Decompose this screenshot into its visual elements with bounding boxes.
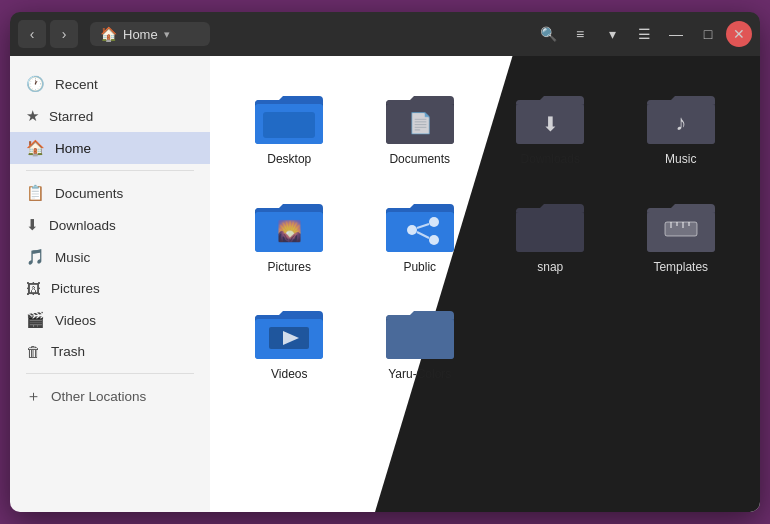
- file-label-public: Public: [403, 260, 436, 276]
- file-grid: Desktop 📄 Documents: [210, 56, 760, 512]
- file-item-music[interactable]: ♪ Music: [618, 76, 745, 176]
- file-item-public[interactable]: Public: [357, 184, 484, 284]
- home-icon: 🏠: [100, 26, 117, 42]
- sidebar-item-documents[interactable]: 📋 Documents: [10, 177, 210, 209]
- sidebar-label-trash: Trash: [51, 344, 85, 359]
- svg-point-19: [429, 235, 439, 245]
- location-bar[interactable]: 🏠 Home ▾: [90, 22, 210, 46]
- sidebar-label-home: Home: [55, 141, 91, 156]
- list-view-button[interactable]: ≡: [566, 20, 594, 48]
- menu-icon: ☰: [638, 26, 651, 42]
- sidebar-label-recent: Recent: [55, 77, 98, 92]
- svg-text:📄: 📄: [407, 111, 432, 135]
- folder-icon-public: [384, 194, 456, 254]
- sidebar-label-pictures: Pictures: [51, 281, 100, 296]
- file-item-downloads[interactable]: ⬇ Downloads: [487, 76, 614, 176]
- sidebar-label-starred: Starred: [49, 109, 93, 124]
- file-label-yaru-colors: Yaru-Colors: [388, 367, 451, 383]
- pictures-icon: 🖼: [26, 280, 41, 297]
- main-content: 🕐 Recent ★ Starred 🏠 Home 📋 Documents ⬇ …: [10, 56, 760, 512]
- file-item-videos[interactable]: Videos: [226, 291, 353, 391]
- downloads-icon: ⬇: [26, 216, 39, 234]
- close-icon: ✕: [733, 26, 745, 42]
- close-button[interactable]: ✕: [726, 21, 752, 47]
- sidebar-item-home[interactable]: 🏠 Home: [10, 132, 210, 164]
- folder-icon-documents: 📄: [384, 86, 456, 146]
- file-label-music: Music: [665, 152, 696, 168]
- maximize-button[interactable]: □: [694, 20, 722, 48]
- folder-icon-pictures: 🌄: [253, 194, 325, 254]
- file-label-videos: Videos: [271, 367, 307, 383]
- folder-icon-music: ♪: [645, 86, 717, 146]
- sidebar-label-music: Music: [55, 250, 90, 265]
- file-label-downloads: Downloads: [521, 152, 580, 168]
- svg-rect-16: [386, 212, 454, 252]
- folder-icon-yaru-colors: [384, 301, 456, 361]
- file-item-desktop[interactable]: Desktop: [226, 76, 353, 176]
- forward-button[interactable]: ›: [50, 20, 78, 48]
- svg-rect-23: [516, 212, 584, 252]
- sort-button[interactable]: ▾: [598, 20, 626, 48]
- sidebar-label-videos: Videos: [55, 313, 96, 328]
- back-icon: ‹: [30, 26, 35, 42]
- file-manager-window: ‹ › 🏠 Home ▾ 🔍 ≡ ▾ ☰: [10, 12, 760, 512]
- search-icon: 🔍: [540, 26, 557, 42]
- file-item-pictures[interactable]: 🌄 Pictures: [226, 184, 353, 284]
- folder-icon-downloads: ⬇: [514, 86, 586, 146]
- forward-icon: ›: [62, 26, 67, 42]
- titlebar: ‹ › 🏠 Home ▾ 🔍 ≡ ▾ ☰: [10, 12, 760, 56]
- sidebar-label-other-locations: Other Locations: [51, 389, 146, 404]
- minimize-icon: —: [669, 26, 683, 42]
- maximize-icon: □: [704, 26, 712, 42]
- svg-point-18: [407, 225, 417, 235]
- sidebar-item-recent[interactable]: 🕐 Recent: [10, 68, 210, 100]
- svg-rect-26: [665, 222, 697, 236]
- back-button[interactable]: ‹: [18, 20, 46, 48]
- sidebar-label-documents: Documents: [55, 186, 123, 201]
- recent-icon: 🕐: [26, 75, 45, 93]
- svg-text:🌄: 🌄: [277, 219, 302, 243]
- starred-icon: ★: [26, 107, 39, 125]
- svg-rect-36: [386, 319, 454, 359]
- file-label-pictures: Pictures: [268, 260, 311, 276]
- file-item-documents[interactable]: 📄 Documents: [357, 76, 484, 176]
- sidebar-item-pictures[interactable]: 🖼 Pictures: [10, 273, 210, 304]
- minimize-button[interactable]: —: [662, 20, 690, 48]
- sidebar: 🕐 Recent ★ Starred 🏠 Home 📋 Documents ⬇ …: [10, 56, 210, 512]
- sidebar-item-starred[interactable]: ★ Starred: [10, 100, 210, 132]
- file-item-yaru-colors[interactable]: Yaru-Colors: [357, 291, 484, 391]
- home-sidebar-icon: 🏠: [26, 139, 45, 157]
- list-icon: ≡: [576, 26, 584, 42]
- file-label-snap: snap: [537, 260, 563, 276]
- sidebar-item-music[interactable]: 🎵 Music: [10, 241, 210, 273]
- music-icon: 🎵: [26, 248, 45, 266]
- menu-button[interactable]: ☰: [630, 20, 658, 48]
- sidebar-item-videos[interactable]: 🎬 Videos: [10, 304, 210, 336]
- sidebar-divider: [26, 170, 194, 171]
- svg-point-17: [429, 217, 439, 227]
- folder-icon-templates: [645, 194, 717, 254]
- file-label-desktop: Desktop: [267, 152, 311, 168]
- documents-icon: 📋: [26, 184, 45, 202]
- location-dropdown-icon: ▾: [164, 28, 170, 41]
- sidebar-item-other-locations[interactable]: ＋ Other Locations: [10, 380, 210, 413]
- folder-icon-desktop: [253, 86, 325, 146]
- svg-rect-2: [263, 112, 315, 138]
- sidebar-label-downloads: Downloads: [49, 218, 116, 233]
- svg-text:♪: ♪: [675, 110, 686, 135]
- folder-icon-snap: [514, 194, 586, 254]
- location-text: Home: [123, 27, 158, 42]
- trash-icon: 🗑: [26, 343, 41, 360]
- titlebar-actions: 🔍 ≡ ▾ ☰ — □ ✕: [534, 20, 752, 48]
- sidebar-divider-2: [26, 373, 194, 374]
- file-item-snap[interactable]: snap: [487, 184, 614, 284]
- file-label-templates: Templates: [653, 260, 708, 276]
- add-icon: ＋: [26, 387, 41, 406]
- file-item-templates[interactable]: Templates: [618, 184, 745, 284]
- svg-text:⬇: ⬇: [542, 113, 559, 135]
- sidebar-item-downloads[interactable]: ⬇ Downloads: [10, 209, 210, 241]
- sort-icon: ▾: [609, 26, 616, 42]
- videos-icon: 🎬: [26, 311, 45, 329]
- sidebar-item-trash[interactable]: 🗑 Trash: [10, 336, 210, 367]
- search-button[interactable]: 🔍: [534, 20, 562, 48]
